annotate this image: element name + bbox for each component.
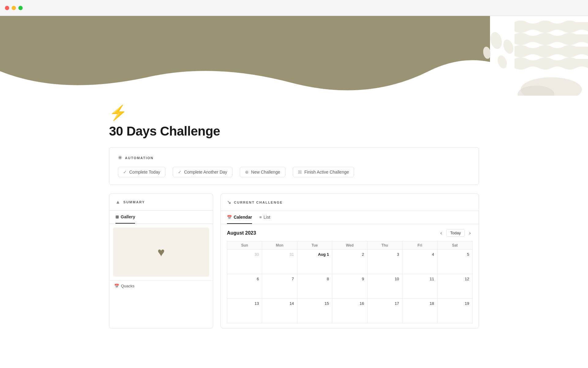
finish-active-challenge-label: Finish Active Challenge bbox=[304, 170, 349, 174]
complete-another-day-label: Complete Another Day bbox=[184, 170, 227, 174]
minimize-button[interactable] bbox=[12, 6, 16, 10]
cal-cell-aug1[interactable]: Aug 1 bbox=[297, 250, 332, 274]
calendar-month: August 2023 bbox=[227, 230, 256, 236]
summary-tab-row: ⊞ Gallery bbox=[109, 211, 213, 224]
card-footer-text: Quacks bbox=[121, 284, 134, 288]
cal-cell-31[interactable]: 31 bbox=[262, 250, 297, 274]
calendar-tab[interactable]: 📅 Calendar bbox=[227, 211, 252, 224]
automation-header: ✳ AUTOMATION bbox=[118, 155, 470, 161]
titlebar bbox=[0, 0, 588, 16]
check-icon: ✓ bbox=[123, 170, 127, 174]
today-button[interactable]: Today bbox=[446, 229, 465, 237]
cal-cell-8[interactable]: 8 bbox=[297, 274, 332, 299]
calendar-nav-right: ‹ Today › bbox=[439, 229, 473, 237]
summary-label: SUMMARY bbox=[123, 200, 145, 204]
finish-active-challenge-button[interactable]: ☒ Finish Active Challenge bbox=[293, 167, 354, 177]
challenge-header: ↘ CURRENT CHALLENGE bbox=[221, 194, 479, 211]
gallery-tab-label: Gallery bbox=[121, 214, 135, 219]
svg-point-3 bbox=[496, 54, 508, 70]
cal-cell-18[interactable]: 18 bbox=[402, 299, 437, 323]
cal-cell-30[interactable]: 30 bbox=[227, 250, 262, 274]
calendar-next-button[interactable]: › bbox=[467, 230, 473, 236]
arrow-icon: ↘ bbox=[227, 199, 232, 205]
challenge-panel: ↘ CURRENT CHALLENGE 📅 Calendar ≡ List Au… bbox=[221, 194, 479, 328]
cal-cell-16[interactable]: 16 bbox=[332, 299, 367, 323]
main-content: ⚡ 30 Days Challenge ✳ AUTOMATION ✓ Compl… bbox=[80, 105, 508, 328]
cal-cell-4[interactable]: 4 bbox=[402, 250, 437, 274]
day-header-fri: Fri bbox=[402, 241, 437, 250]
cal-cell-19[interactable]: 19 bbox=[437, 299, 472, 323]
cal-cell-10[interactable]: 10 bbox=[367, 274, 402, 299]
day-header-thu: Thu bbox=[367, 241, 402, 250]
list-tab-label: List bbox=[264, 215, 270, 220]
calendar-row-3: 13 14 15 16 17 18 19 bbox=[227, 299, 473, 323]
challenge-tabs: 📅 Calendar ≡ List bbox=[221, 211, 479, 224]
automation-buttons: ✓ Complete Today ✓ Complete Another Day … bbox=[118, 167, 470, 177]
calendar-grid: Sun Mon Tue Wed Thu Fri Sat 30 31 bbox=[227, 241, 473, 323]
svg-point-1 bbox=[502, 38, 515, 55]
cal-cell-13[interactable]: 13 bbox=[227, 299, 262, 323]
close-button[interactable] bbox=[5, 6, 9, 10]
calendar-tab-label: Calendar bbox=[234, 215, 252, 220]
panels-row: ▲ SUMMARY ⊞ Gallery ♥ 📅 Quacks ↘ CURRENT bbox=[109, 194, 479, 328]
summary-panel: ▲ SUMMARY ⊞ Gallery ♥ 📅 Quacks bbox=[109, 194, 213, 328]
plus-icon: ⊕ bbox=[245, 170, 249, 174]
gallery-tab[interactable]: ⊞ Gallery bbox=[115, 211, 135, 224]
cal-cell-12[interactable]: 12 bbox=[437, 274, 472, 299]
cal-cell-5[interactable]: 5 bbox=[437, 250, 472, 274]
gallery-icon: ⊞ bbox=[115, 215, 119, 219]
cal-cell-3[interactable]: 3 bbox=[367, 250, 402, 274]
day-header-sat: Sat bbox=[437, 241, 472, 250]
automation-icon: ✳ bbox=[118, 155, 123, 161]
complete-today-label: Complete Today bbox=[129, 170, 160, 174]
cal-cell-11[interactable]: 11 bbox=[402, 274, 437, 299]
check-icon-2: ✓ bbox=[178, 170, 182, 174]
cal-cell-9[interactable]: 9 bbox=[332, 274, 367, 299]
cal-cell-15[interactable]: 15 bbox=[297, 299, 332, 323]
new-challenge-button[interactable]: ⊕ New Challenge bbox=[240, 167, 285, 177]
day-header-wed: Wed bbox=[332, 241, 367, 250]
new-challenge-label: New Challenge bbox=[251, 170, 280, 174]
day-header-tue: Tue bbox=[297, 241, 332, 250]
calendar-nav: August 2023 ‹ Today › bbox=[227, 229, 473, 237]
maximize-button[interactable] bbox=[18, 6, 23, 10]
cal-cell-17[interactable]: 17 bbox=[367, 299, 402, 323]
hero-banner bbox=[0, 16, 588, 96]
calendar-area: August 2023 ‹ Today › Sun Mon Tue Wed bbox=[221, 224, 479, 328]
challenge-label: CURRENT CHALLENGE bbox=[234, 201, 283, 204]
card-footer-icon: 📅 bbox=[114, 284, 119, 288]
mountain-icon: ▲ bbox=[115, 199, 121, 205]
cal-cell-6[interactable]: 6 bbox=[227, 274, 262, 299]
calendar-tab-icon: 📅 bbox=[227, 215, 232, 220]
calendar-row: 30 31 Aug 1 2 3 4 5 bbox=[227, 250, 473, 274]
card-footer: 📅 Quacks bbox=[109, 280, 213, 291]
page-title: 30 Days Challenge bbox=[109, 124, 479, 139]
gallery-card: ♥ bbox=[113, 228, 209, 277]
day-header-mon: Mon bbox=[262, 241, 297, 250]
day-header-sun: Sun bbox=[227, 241, 262, 250]
list-tab-icon: ≡ bbox=[259, 215, 262, 220]
svg-point-0 bbox=[488, 31, 503, 50]
cal-cell-2[interactable]: 2 bbox=[332, 250, 367, 274]
automation-block: ✳ AUTOMATION ✓ Complete Today ✓ Complete… bbox=[109, 147, 479, 185]
automation-label: AUTOMATION bbox=[125, 156, 154, 160]
finish-icon: ☒ bbox=[298, 170, 302, 174]
complete-another-day-button[interactable]: ✓ Complete Another Day bbox=[173, 167, 232, 177]
calendar-row-2: 6 7 8 9 10 11 12 bbox=[227, 274, 473, 299]
cal-cell-7[interactable]: 7 bbox=[262, 274, 297, 299]
page-icon: ⚡ bbox=[109, 105, 479, 120]
summary-header: ▲ SUMMARY bbox=[109, 194, 213, 211]
cal-cell-14[interactable]: 14 bbox=[262, 299, 297, 323]
calendar-prev-button[interactable]: ‹ bbox=[439, 230, 444, 236]
list-tab[interactable]: ≡ List bbox=[259, 211, 270, 224]
complete-today-button[interactable]: ✓ Complete Today bbox=[118, 167, 165, 177]
heart-icon: ♥ bbox=[157, 245, 165, 259]
